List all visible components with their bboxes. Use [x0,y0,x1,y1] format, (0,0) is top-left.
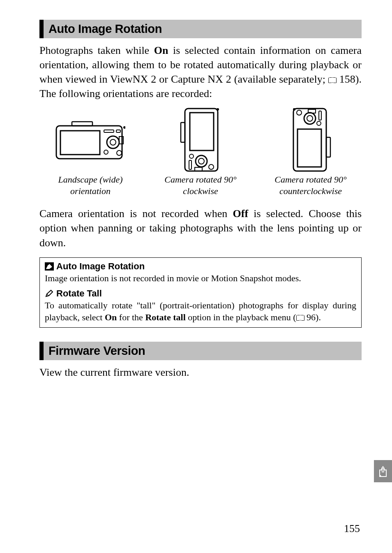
bold-on: On [105,312,117,322]
svg-point-10 [123,126,125,129]
note-body-2: To automatically rotate "tall" (portrait… [45,300,356,323]
text: ). [316,312,321,322]
svg-rect-17 [189,160,191,169]
orientation-figures-row: Landscape (wide) orientation Camera rota… [39,110,362,197]
svg-point-8 [117,150,122,155]
svg-rect-5 [104,130,114,132]
caution-icon [45,262,54,271]
pencil-icon [45,289,54,298]
svg-point-20 [217,108,219,111]
text: Camera orientation is not recorded when [39,208,233,220]
note-title-rotate-tall: Rotate Tall [45,288,356,299]
caption-landscape: Landscape (wide) orientation [39,174,141,197]
bold-rotate-tall: Rotate tall [145,312,185,322]
note-body-1: Image orientation is not recorded in mov… [45,273,356,285]
bold-off: Off [233,208,249,220]
svg-point-16 [189,154,194,158]
svg-point-24 [304,113,316,124]
svg-point-30 [293,108,295,111]
note-box: Auto Image Rotation Image orientation is… [39,257,362,328]
paragraph-intro: Photographs taken while On is selected c… [39,43,362,101]
caption-clockwise: Camera rotated 90° clockwise [150,174,251,197]
text: for the [117,312,145,322]
page-ref-icon [296,314,304,321]
svg-rect-22 [297,129,321,167]
svg-point-15 [198,158,204,164]
note-title-text: Auto Image Rotation [56,261,145,272]
figure-clockwise: Camera rotated 90° clockwise [150,110,251,197]
bold-on: On [154,44,168,56]
page-ref-number: 96 [307,312,316,322]
paragraph-off: Camera orientation is not recorded when … [39,206,362,250]
page-number: 155 [344,523,360,535]
svg-point-7 [104,150,108,154]
page-ref-number: 158 [339,73,355,85]
note-title-auto-image-rotation: Auto Image Rotation [45,261,356,272]
svg-point-3 [107,136,119,148]
page-ref-icon [328,76,337,83]
svg-rect-6 [116,130,120,132]
caption-counterclockwise: Camera rotated 90° counterclockwise [260,174,362,197]
camera-landscape-icon [55,110,125,171]
figure-counterclockwise: Camera rotated 90° counterclockwise [260,110,362,197]
setup-menu-tab-icon [374,460,392,482]
svg-point-32 [380,475,381,477]
camera-rotated-ccw-icon [290,110,331,171]
svg-point-4 [110,139,116,145]
paragraph-firmware: View the current firmware version. [39,365,362,379]
text: option in the playback menu ( [186,312,296,322]
svg-point-14 [196,155,207,167]
svg-rect-27 [319,111,321,120]
svg-point-26 [317,121,321,125]
svg-point-18 [209,164,214,169]
section-header-auto-image-rotation: Auto Image Rotation [39,20,362,38]
svg-point-25 [307,116,313,121]
svg-rect-31 [382,469,384,472]
section-header-firmware-version: Firmware Version [39,342,362,360]
svg-point-28 [297,110,302,115]
text: Photographs taken while [39,44,154,56]
note-title-text: Rotate Tall [56,288,102,299]
svg-rect-1 [60,131,100,155]
figure-landscape: Landscape (wide) orientation [39,110,141,197]
camera-rotated-cw-icon [180,110,221,171]
svg-rect-12 [190,113,214,150]
